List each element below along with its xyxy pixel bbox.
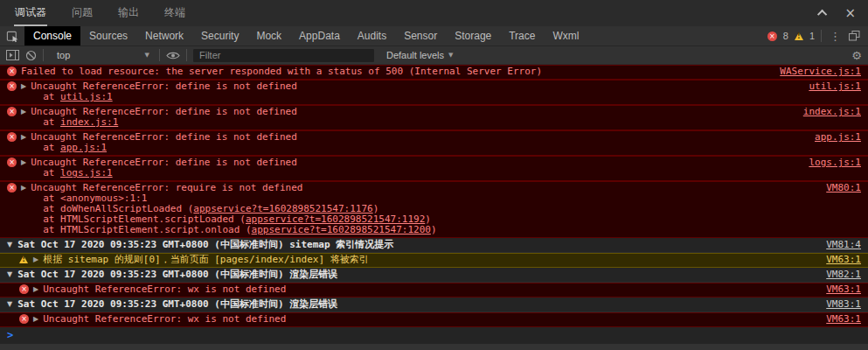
source-location-link[interactable]: VM80:1: [826, 183, 861, 193]
message-main: ×▶Uncaught ReferenceError: wx is not def…: [19, 284, 814, 295]
console-message-row: ×▶Uncaught ReferenceError: wx is not def…: [0, 312, 868, 327]
source-location-link[interactable]: WAService.js:1: [780, 66, 861, 77]
inspect-element-icon[interactable]: [0, 26, 24, 46]
source-location-link[interactable]: VM63:1: [826, 314, 861, 325]
console-settings-gear-icon[interactable]: ⚙: [851, 50, 862, 61]
stack-frame-link[interactable]: logs.js:1: [60, 167, 113, 178]
stack-frame: at util.js:1: [31, 92, 796, 102]
message-text: Sat Oct 17 2020 09:35:23 GMT+0800 (中国标准时…: [17, 240, 814, 250]
source-location-link[interactable]: index.js:1: [803, 107, 861, 117]
titlebar-tab-output[interactable]: 输出: [117, 0, 140, 26]
message-text: Uncaught ReferenceError: define is not d…: [31, 107, 791, 128]
tab-network[interactable]: Network: [136, 26, 192, 46]
console-message-row: ×▶Uncaught ReferenceError: wx is not def…: [0, 283, 868, 298]
tab-security[interactable]: Security: [192, 26, 247, 46]
tab-wxml[interactable]: Wxml: [544, 26, 587, 46]
stack-frame-link[interactable]: app.js:1: [60, 142, 107, 153]
source-location-link[interactable]: VM81:4: [826, 240, 861, 250]
source-location-link[interactable]: VM63:1: [826, 255, 861, 265]
tab-audits[interactable]: Audits: [349, 26, 395, 46]
tab-storage[interactable]: Storage: [446, 26, 500, 46]
console-message-row: ×▶Uncaught ReferenceError: define is not…: [0, 156, 868, 181]
message-first-line: Sat Oct 17 2020 09:35:23 GMT+0800 (中国标准时…: [17, 270, 814, 280]
source-location-link[interactable]: logs.js:1: [809, 158, 861, 168]
titlebar: 调试器问题输出终端 ×: [0, 0, 868, 26]
expand-toggle-icon[interactable]: ▶: [21, 132, 26, 143]
prompt-chevron-icon: >: [7, 330, 13, 341]
titlebar-tab-terminal[interactable]: 终端: [163, 0, 186, 26]
message-first-line: 根据 sitemap 的规则[0]，当前页面 [pages/index/inde…: [43, 255, 814, 265]
console-sidebar-icon[interactable]: [6, 50, 19, 60]
collapse-toggle-icon[interactable]: ▼: [7, 299, 12, 310]
expand-toggle-icon[interactable]: ▶: [21, 107, 26, 117]
message-first-line: Failed to load resource: the server resp…: [21, 66, 767, 77]
message-first-line: Uncaught ReferenceError: define is not d…: [31, 81, 796, 92]
chevron-down-icon: ▼: [145, 52, 149, 59]
warning-count: 1: [809, 31, 815, 41]
error-icon: ×: [7, 158, 17, 167]
message-first-line: Sat Oct 17 2020 09:35:23 GMT+0800 (中国标准时…: [17, 240, 814, 250]
divider: [159, 49, 160, 61]
console-message-row: ×▶Uncaught ReferenceError: define is not…: [0, 80, 868, 105]
collapse-window-icon[interactable]: [817, 10, 827, 19]
divider: [821, 30, 822, 42]
message-text: Sat Oct 17 2020 09:35:23 GMT+0800 (中国标准时…: [17, 270, 814, 280]
tab-console[interactable]: Console: [24, 26, 80, 46]
console-message-row: ▶根据 sitemap 的规则[0]，当前页面 [pages/index/ind…: [0, 253, 868, 268]
live-expression-eye-icon[interactable]: [166, 51, 180, 60]
expand-toggle-icon[interactable]: ▶: [21, 81, 26, 92]
console-message-row: ▼Sat Oct 17 2020 09:35:23 GMT+0800 (中国标准…: [0, 238, 868, 253]
message-text: Uncaught ReferenceError: wx is not defin…: [43, 284, 814, 295]
error-icon: ×: [19, 314, 29, 324]
message-main: ×Failed to load resource: the server res…: [7, 66, 767, 77]
error-badge-icon[interactable]: ×: [767, 32, 777, 41]
tab-sensor[interactable]: Sensor: [395, 26, 446, 46]
source-location-link[interactable]: VM63:1: [826, 284, 861, 295]
titlebar-tab-debugger[interactable]: 调试器: [14, 0, 47, 26]
warning-badge-icon[interactable]: [795, 32, 803, 40]
tab-mock[interactable]: Mock: [247, 26, 290, 46]
source-location-link[interactable]: util.js:1: [809, 81, 861, 92]
console-message-row: ▼Sat Oct 17 2020 09:35:23 GMT+0800 (中国标准…: [0, 268, 868, 283]
source-location-link[interactable]: app.js:1: [815, 132, 861, 143]
message-text: Uncaught ReferenceError: define is not d…: [31, 158, 796, 178]
filter-input[interactable]: [193, 49, 374, 62]
collapse-toggle-icon[interactable]: ▼: [7, 240, 12, 250]
message-text: 根据 sitemap 的规则[0]，当前页面 [pages/index/inde…: [43, 255, 814, 265]
error-icon: ×: [7, 132, 17, 142]
more-menu-icon[interactable]: ⋮: [828, 31, 843, 42]
error-icon: ×: [7, 183, 17, 192]
statusbar: [0, 344, 868, 350]
dock-side-icon[interactable]: [849, 31, 860, 41]
stack-frame: at index.js:1: [31, 117, 791, 128]
clear-console-icon[interactable]: [25, 50, 37, 61]
expand-toggle-icon[interactable]: ▶: [33, 284, 38, 295]
chevron-down-icon: ▼: [448, 52, 453, 59]
devtools-window: 调试器问题输出终端 × ConsoleSourcesNetworkSecurit…: [0, 0, 868, 350]
message-text: Uncaught ReferenceError: define is not d…: [31, 132, 802, 153]
log-levels-select[interactable]: Default levels ▼: [386, 50, 453, 60]
javascript-context-select[interactable]: top ▼: [50, 50, 153, 60]
stack-frame-link[interactable]: appservice?t=1602898521547:1200: [252, 224, 431, 235]
source-location-link[interactable]: VM83:1: [826, 299, 861, 310]
context-value: top: [57, 50, 70, 60]
expand-toggle-icon[interactable]: ▶: [21, 158, 26, 168]
stack-frame-link[interactable]: util.js:1: [60, 91, 113, 102]
stack-frame-link[interactable]: index.js:1: [60, 116, 118, 128]
expand-toggle-icon[interactable]: ▶: [33, 255, 38, 265]
expand-toggle-icon[interactable]: ▶: [21, 183, 26, 193]
collapse-toggle-icon[interactable]: ▼: [7, 270, 12, 280]
message-main: ▶根据 sitemap 的规则[0]，当前页面 [pages/index/ind…: [19, 255, 814, 265]
console-message-row: ×▶Uncaught ReferenceError: define is not…: [0, 130, 868, 156]
message-main: ▼Sat Oct 17 2020 09:35:23 GMT+0800 (中国标准…: [7, 240, 814, 250]
source-location-link[interactable]: VM82:1: [826, 270, 861, 280]
close-icon[interactable]: ×: [844, 7, 856, 20]
tab-appdata[interactable]: AppData: [290, 26, 349, 46]
message-main: ×▶Uncaught ReferenceError: wx is not def…: [19, 314, 814, 325]
tab-trace[interactable]: Trace: [500, 26, 544, 46]
expand-toggle-icon[interactable]: ▶: [33, 314, 38, 325]
console-message-row: ×▶Uncaught ReferenceError: require is no…: [0, 181, 868, 238]
tab-sources[interactable]: Sources: [80, 26, 136, 46]
titlebar-tab-issues[interactable]: 问题: [71, 0, 94, 26]
console-prompt-row[interactable]: >: [0, 327, 868, 344]
